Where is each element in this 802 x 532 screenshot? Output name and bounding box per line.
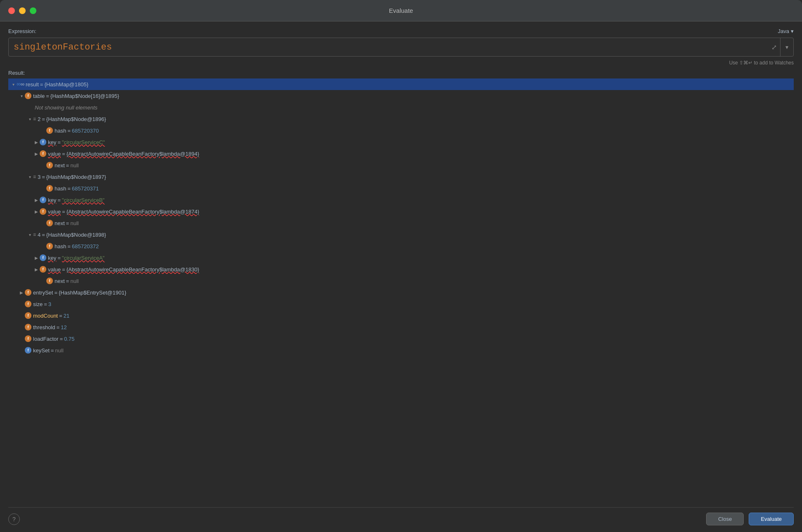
f-icon: f [40, 266, 46, 273]
tree-item[interactable]: ▶ f value = {AbstractAutowireCapableBean… [8, 264, 794, 275]
tree-item[interactable]: f hash = 685720372 [8, 240, 794, 252]
expand-icon-button[interactable]: ⤢ [768, 40, 780, 55]
f-icon: f [46, 243, 53, 249]
tree-item[interactable]: f next = null [8, 275, 794, 287]
f-icon: f [25, 335, 31, 342]
expression-input[interactable] [9, 42, 768, 52]
expression-label-row: Expression: Java ▾ [8, 28, 794, 34]
help-button[interactable]: ? [8, 513, 20, 525]
language-dropdown[interactable]: Java ▾ [778, 28, 794, 34]
minimize-traffic-light[interactable] [19, 7, 26, 14]
traffic-lights [8, 7, 36, 14]
f-blue-icon: f [40, 254, 46, 261]
chevron-right-icon[interactable]: ▶ [18, 289, 25, 296]
tree-item[interactable]: f keySet = null [8, 344, 794, 356]
tree-item[interactable]: f modCount = 21 [8, 310, 794, 321]
lines-icon: ≡ [33, 174, 36, 180]
f-blue-icon: f [40, 139, 46, 145]
main-content: Expression: Java ▾ ⤢ ▾ Use ⇧⌘↵ to add to… [0, 21, 802, 532]
f-icon: f [40, 208, 46, 215]
f-icon: f [46, 278, 53, 284]
f-icon: f [25, 93, 31, 99]
result-tree[interactable]: ▾ ∞ result = {HashMap@1805} ▾ f table = … [8, 78, 794, 504]
tree-item[interactable]: ▾ ≡ 4 = {HashMap$Node@1898} [8, 229, 794, 240]
f-icon: f [25, 312, 31, 319]
titlebar: Evaluate [0, 0, 802, 21]
lines-icon: ≡ [33, 232, 36, 238]
chevron-right-icon[interactable]: ▶ [33, 266, 40, 273]
close-button[interactable]: Close [706, 513, 744, 525]
f-icon: f [25, 301, 31, 307]
f-icon: f [46, 162, 53, 169]
tree-item[interactable]: ▾ ≡ 3 = {HashMap$Node@1897} [8, 171, 794, 183]
f-icon: f [40, 150, 46, 157]
f-blue-icon: f [40, 197, 46, 203]
tree-item[interactable]: f size = 3 [8, 298, 794, 310]
tree-item[interactable]: ▶ f value = {AbstractAutowireCapableBean… [8, 206, 794, 217]
expression-input-row: ⤢ ▾ [8, 38, 794, 57]
action-buttons: Close Evaluate [706, 513, 794, 525]
tree-item-threshold[interactable]: f threshold = 12 [8, 321, 794, 333]
f-icon: f [25, 289, 31, 296]
f-icon: f [46, 185, 53, 192]
language-label: Java [778, 28, 789, 34]
f-icon: f [25, 324, 31, 330]
tree-item[interactable]: ▶ f key = "circularServiceC" [8, 136, 794, 148]
chevron-right-icon[interactable]: ▶ [33, 254, 40, 261]
tree-item[interactable]: ▶ f key = "circularServiceB" [8, 194, 794, 206]
bottom-bar: ? Close Evaluate [8, 507, 794, 532]
chevron-down-icon[interactable]: ▾ [26, 231, 33, 238]
tree-item[interactable]: ▾ ∞ result = {HashMap@1805} [8, 78, 794, 90]
chevron-down-icon[interactable]: ▾ [18, 93, 25, 99]
tree-item-info: Not showing null elements [8, 102, 794, 113]
tree-item[interactable]: f loadFactor = 0.75 [8, 333, 794, 344]
tree-item[interactable]: ▶ f entrySet = {HashMap$EntrySet@1901} [8, 287, 794, 298]
f-icon: f [46, 220, 53, 226]
tree-item[interactable]: f hash = 685720371 [8, 183, 794, 194]
f-blue-icon: f [25, 347, 31, 354]
tree-item[interactable]: ▾ f table = {HashMap$Node[16]@1895} [8, 90, 794, 102]
expression-label: Expression: [8, 28, 36, 34]
tree-item[interactable]: ▶ f key = "circularServiceA" [8, 252, 794, 264]
window-title: Evaluate [389, 7, 413, 14]
expression-dropdown-button[interactable]: ▾ [780, 38, 793, 56]
close-traffic-light[interactable] [8, 7, 15, 14]
evaluate-button[interactable]: Evaluate [749, 513, 794, 525]
tree-item[interactable]: ▾ ≡ 2 = {HashMap$Node@1896} [8, 113, 794, 125]
lines-icon: ≡ [33, 116, 36, 122]
chevron-down-icon: ▾ [791, 28, 794, 34]
watches-hint: Use ⇧⌘↵ to add to Watches [8, 60, 794, 66]
chevron-right-icon[interactable]: ▶ [33, 208, 40, 215]
chevron-right-icon[interactable]: ▶ [33, 150, 40, 157]
tree-item[interactable]: f next = null [8, 217, 794, 229]
f-icon: f [46, 127, 53, 134]
chevron-down-icon[interactable]: ▾ [10, 81, 17, 88]
tree-item[interactable]: f hash = 685720370 [8, 125, 794, 136]
tree-item[interactable]: ▶ f value = {AbstractAutowireCapableBean… [8, 148, 794, 159]
result-label: Result: [8, 70, 794, 76]
chevron-right-icon[interactable]: ▶ [33, 197, 40, 203]
chevron-down-icon[interactable]: ▾ [26, 116, 33, 122]
chevron-down-icon[interactable]: ▾ [26, 173, 33, 180]
tree-item[interactable]: f next = null [8, 159, 794, 171]
double-circle-icon: ∞ [17, 81, 24, 88]
chevron-right-icon[interactable]: ▶ [33, 139, 40, 145]
maximize-traffic-light[interactable] [30, 7, 36, 14]
